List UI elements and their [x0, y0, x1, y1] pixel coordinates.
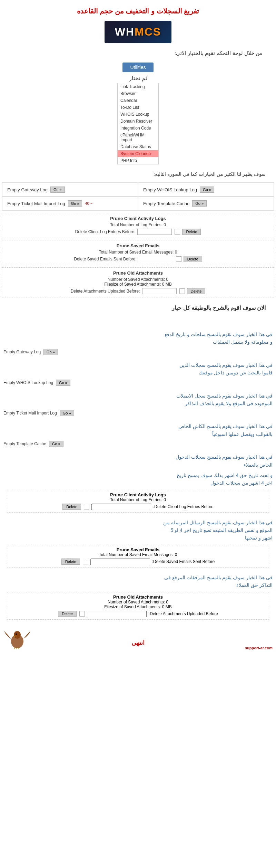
desc-template-action: Empty Template Cache Go »: [3, 441, 273, 447]
prune-attachments-inline-row: Delete Attachments Uploaded Before: Dele…: [12, 611, 264, 617]
gateway-log-go-button[interactable]: Go »: [50, 187, 65, 193]
prune-client-inline-delete[interactable]: Delete: [62, 504, 81, 510]
menu-item-domain-resolver[interactable]: Domain Resolver: [118, 118, 158, 125]
desc-saved-emails: في هذا الخيار سوف يقوم بالمسح الرسائل ال…: [3, 519, 273, 567]
calendar-icon-3[interactable]: [179, 288, 185, 294]
desc-whois-action-label: Empty WHOIS Lookup Log: [3, 380, 53, 385]
template-cache-label: Empty Template Cache: [143, 201, 189, 206]
desc-emails-text: في هذا الخيار سوف يقوم بالمسح الرسائل ال…: [3, 519, 273, 542]
desc-ticket-action-label: Empty Ticket Mail Import Log: [3, 411, 57, 416]
prune-attachments-count2: Filesize of Saved Attachments: 0 MB: [7, 282, 269, 287]
desc-template-text: في هذا الخيار سوف يقوم بالمسح الكاش الخا…: [3, 422, 273, 438]
footer-logo-left: 3rbup.com: [3, 626, 31, 650]
menu-item-whois[interactable]: WHOIS Lookup: [118, 111, 158, 118]
utilities-btn-container: Utilities: [0, 63, 276, 72]
prune-attachments-delete-button[interactable]: Delete: [187, 288, 206, 294]
prune-attachments-inline-title: Prune Old Attachments: [12, 594, 264, 600]
options-grid: Empty Gateway Log Go » Empty WHOIS Looku…: [2, 182, 274, 211]
prune-emails-delete-button[interactable]: Delete: [184, 256, 202, 262]
calendar-icon-6[interactable]: [79, 611, 85, 617]
desc-whois-action: Empty WHOIS Lookup Log Go »: [3, 380, 273, 386]
desc-ticket-go-button[interactable]: Go »: [60, 410, 74, 416]
svg-point-2: [16, 633, 17, 635]
prune-emails-inline-input[interactable]: [90, 559, 150, 565]
desc-ticket-text: في هذا الخيار سوف يقوم بالمسح سجل الايمي…: [3, 392, 273, 408]
option-cell-template-cache: Empty Template Cache Go »: [138, 197, 274, 210]
option-cell-ticket-mail: Empty Ticket Mail Import Log Go » 40 ~: [2, 197, 138, 210]
prune-emails-inline-delete[interactable]: Delete: [61, 559, 80, 565]
desc-attachments-text: في هذا الخيار سوف يقوم بالمسح المرفقات ا…: [3, 574, 273, 589]
calendar-icon-5[interactable]: [83, 559, 88, 564]
prune-emails-date-input[interactable]: [139, 256, 173, 262]
menu-item-link-tracking[interactable]: Link Tracking: [118, 83, 158, 90]
prune-client-delete-button[interactable]: Delete: [182, 229, 201, 235]
desc-client-text2: و تحت تاريخ حق 4 اشهر بذلك سوف يمسح تاري…: [3, 471, 273, 487]
svg-line-3: [14, 648, 15, 649]
menu-item-todo[interactable]: To-Do List: [118, 104, 158, 111]
prune-client-inline-input[interactable]: [91, 504, 151, 510]
prune-attachments-count1: Number of Saved Attachments: 0: [7, 277, 269, 282]
prune-attachments-inline-delete[interactable]: Delete: [58, 611, 77, 617]
prune-client-activity: Prune Client Activity Logs Total Number …: [2, 213, 274, 238]
calendar-icon-2[interactable]: [176, 256, 181, 262]
desc-gateway-action: Empty Gateway Log Go »: [3, 349, 273, 355]
desc-client-activity: في هذا الخيار سوف يقوم بالمسح سجلات الدخ…: [3, 453, 273, 513]
prune-emails-row: Delete Saved Emails Sent Before: Delete: [7, 256, 269, 262]
menu-item-db-status[interactable]: Database Status: [118, 143, 158, 150]
calendar-icon[interactable]: [175, 229, 180, 235]
menu-item-integration[interactable]: Integration Code: [118, 125, 158, 132]
prune-old-attachments: Prune Old Attachments Number of Saved At…: [2, 267, 274, 297]
desc-gateway-text: في هذا الخيار سوف تقوم بالمسح سلجات و تا…: [3, 331, 273, 346]
desc-client-text: في هذا الخيار سوف يقوم بالمسح سجلات الدخ…: [3, 453, 273, 469]
logo-container: WHMCS: [0, 21, 276, 43]
ticket-mail-badge: 40 ~: [85, 201, 92, 206]
desc-ticket-mail: في هذا الخيار سوف يقوم بالمسح سجل الايمي…: [3, 392, 273, 417]
prune-emails-title: Prune Saved Emails: [7, 243, 269, 248]
will-show-text: سوف يظهر لنا الكثير من الخيارات كما في ا…: [0, 167, 276, 180]
prune-client-count: Total Number of Log Entries: 0: [7, 222, 269, 227]
prune-client-inline: Prune Client Activity Logs Total Number …: [7, 490, 269, 513]
menu-item-browser[interactable]: Browser: [118, 90, 158, 97]
desc-whois-go-button[interactable]: Go »: [56, 380, 70, 386]
prune-attachments-inline-count1: Number of Saved Attachments: 0: [12, 600, 264, 604]
prune-emails-inline-title: Prune Saved Emails: [12, 547, 264, 552]
desc-ticket-action: Empty Ticket Mail Import Log Go »: [3, 410, 273, 416]
prune-emails-inline-count: Total Number of Saved Email Messages: 0: [12, 552, 264, 557]
prune-client-inline-title: Prune Client Activity Logs: [12, 492, 264, 497]
menu-item-php-info[interactable]: PHP Info: [118, 157, 158, 164]
utilities-button[interactable]: Utilities: [122, 63, 153, 72]
footer-center: انتهى: [31, 632, 245, 650]
desc-gateway-go-button[interactable]: Go »: [43, 349, 58, 355]
desc-template-go-button[interactable]: Go »: [49, 441, 63, 447]
prune-attachments-title: Prune Old Attachments: [7, 270, 269, 276]
template-cache-go-button[interactable]: Go »: [192, 200, 207, 207]
prune-client-inline-label: Delete Client Log Entries Before:: [153, 504, 214, 509]
end-text: انتهى: [31, 639, 245, 647]
menu-item-cpanel[interactable]: cPanel/WHM Import: [118, 132, 158, 143]
desc-template-action-label: Empty Template Cache: [3, 441, 46, 446]
prune-client-date-input[interactable]: [137, 229, 172, 235]
menu-item-system-cleanup[interactable]: System Cleanup: [118, 150, 158, 157]
prune-attachments-inline-input[interactable]: [87, 611, 147, 617]
page-container: تفريغ السجلات و التخفيف من حجم القاعده W…: [0, 0, 276, 654]
explain-title: الان سوف اقوم بالشرح بالوظيفة كل خيار: [0, 299, 276, 314]
desc-whois-text: في هذا الخيار سوف يقوم بالمسح سجلات الذي…: [3, 361, 273, 377]
menu-item-calendar[interactable]: Calendar: [118, 97, 158, 104]
ticket-mail-go-button[interactable]: Go »: [68, 200, 82, 207]
prune-attachments-inline: Prune Old Attachments Number of Saved At…: [7, 592, 269, 620]
prune-attachments-inline-label: Delete Attachments Uploaded Before:: [149, 611, 218, 616]
prune-attachments-before-label: Delete Attachments Uploaded Before:: [71, 289, 140, 294]
prune-emails-inline-row: Delete Saved Emails Sent Before: Delete: [12, 559, 264, 565]
prune-emails-inline: Prune Saved Emails Total Number of Saved…: [7, 545, 269, 567]
footer-right-text: support-ar.com: [245, 646, 273, 650]
then-choose-text: ثم تختار: [0, 75, 276, 82]
whois-log-go-button[interactable]: Go »: [200, 187, 214, 193]
prune-client-inline-count: Total Number of Log Entries: 0: [12, 497, 264, 502]
calendar-icon-4[interactable]: [84, 504, 89, 509]
desc-old-attachments: في هذا الخيار سوف يقوم بالمسح المرفقات ا…: [3, 574, 273, 620]
utilities-menu: Link Tracking Browser Calendar To-Do Lis…: [117, 83, 159, 164]
option-cell-whois-log: Empty WHOIS Lookup Log Go »: [138, 183, 274, 197]
logo-text: WHMCS: [115, 26, 161, 38]
desc-gateway-log: في هذا الخيار سوف تقوم بالمسح سلجات و تا…: [3, 331, 273, 355]
prune-attachments-date-input[interactable]: [142, 288, 177, 294]
